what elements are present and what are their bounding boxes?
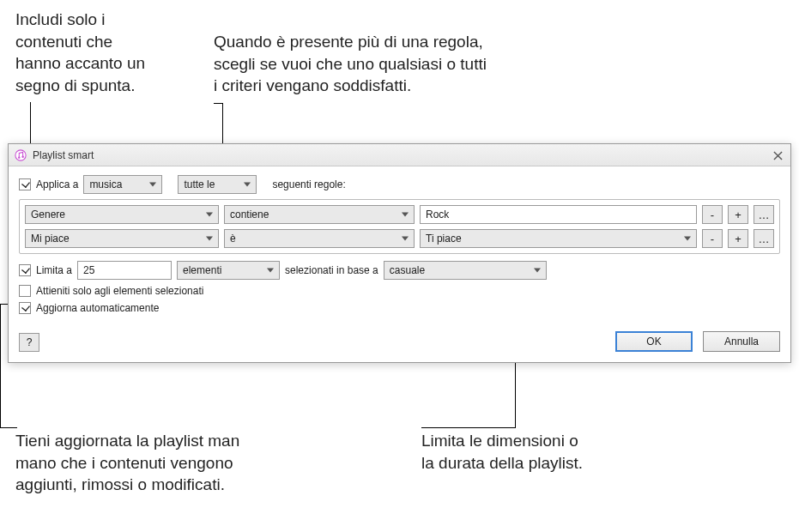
rule-field-select[interactable]: Mi piace	[25, 229, 219, 248]
help-button[interactable]: ?	[19, 333, 39, 352]
apply-label: Applica a	[36, 178, 78, 190]
close-button[interactable]	[770, 148, 785, 163]
apply-row: Applica a musica tutte le seguenti regol…	[19, 175, 780, 194]
live-update-label: Aggiorna automaticamente	[36, 302, 159, 314]
limit-basis-select[interactable]: casuale	[384, 261, 547, 280]
leader-line	[214, 103, 222, 104]
callout-match-rules: Quando è presente più di una regola, sce…	[214, 31, 574, 97]
apply-suffix-label: seguenti regole:	[272, 178, 345, 190]
remove-rule-button[interactable]: -	[702, 205, 723, 224]
dialog-titlebar: Playlist smart	[9, 144, 790, 166]
media-type-select[interactable]: musica	[83, 175, 162, 194]
rule-more-button[interactable]: …	[754, 229, 774, 248]
callout-limit: Limita le dimensioni o la durata della p…	[421, 430, 679, 474]
rule-value-input[interactable]: Rock	[420, 205, 697, 224]
callout-live-update: Tieni aggiornata la playlist man mano ch…	[15, 430, 324, 496]
svg-point-2	[21, 155, 23, 157]
leader-line	[421, 427, 516, 428]
limit-middle-label: selezionati in base a	[285, 264, 378, 276]
limit-row: Limita a 25 elementi selezionati in base…	[19, 261, 780, 280]
rule-row: Mi piace è Ti piace - + …	[25, 229, 774, 248]
match-mode-select[interactable]: tutte le	[178, 175, 257, 194]
ok-button[interactable]: OK	[615, 331, 693, 352]
rule-operator-select[interactable]: è	[224, 229, 415, 248]
dialog-body: Applica a musica tutte le seguenti regol…	[9, 166, 790, 362]
limit-checkbox[interactable]	[19, 264, 31, 276]
smart-playlist-dialog: Playlist smart Applica a musica tutte le…	[8, 143, 791, 363]
limit-unit-select[interactable]: elementi	[177, 261, 280, 280]
remove-rule-button[interactable]: -	[702, 229, 723, 248]
callout-include-checked: Includi solo i contenuti che hanno accan…	[15, 9, 196, 97]
limit-label: Limita a	[36, 264, 72, 276]
rule-field-select[interactable]: Genere	[25, 205, 219, 224]
itunes-icon	[14, 148, 27, 162]
apply-checkbox[interactable]	[19, 178, 31, 190]
add-rule-button[interactable]: +	[728, 229, 748, 248]
svg-point-1	[18, 156, 20, 158]
leader-line	[0, 304, 1, 428]
only-checked-label: Attieniti solo agli elementi selezionati	[36, 285, 203, 297]
live-update-row: Aggiorna automaticamente	[19, 302, 780, 314]
only-checked-row: Attieniti solo agli elementi selezionati	[19, 285, 780, 297]
leader-line	[30, 102, 31, 143]
svg-point-0	[15, 149, 26, 160]
dialog-title: Playlist smart	[33, 149, 94, 161]
leader-line	[0, 427, 17, 428]
rule-row: Genere contiene Rock - + …	[25, 205, 774, 224]
rule-value-select[interactable]: Ti piace	[420, 229, 697, 248]
cancel-button[interactable]: Annulla	[703, 331, 780, 352]
live-update-checkbox[interactable]	[19, 302, 31, 314]
limit-value-input[interactable]: 25	[77, 261, 172, 280]
only-checked-checkbox[interactable]	[19, 285, 31, 297]
rule-more-button[interactable]: …	[754, 205, 774, 224]
add-rule-button[interactable]: +	[728, 205, 748, 224]
rule-operator-select[interactable]: contiene	[224, 205, 415, 224]
rules-panel: Genere contiene Rock - + … Mi piace è Ti…	[19, 199, 780, 254]
